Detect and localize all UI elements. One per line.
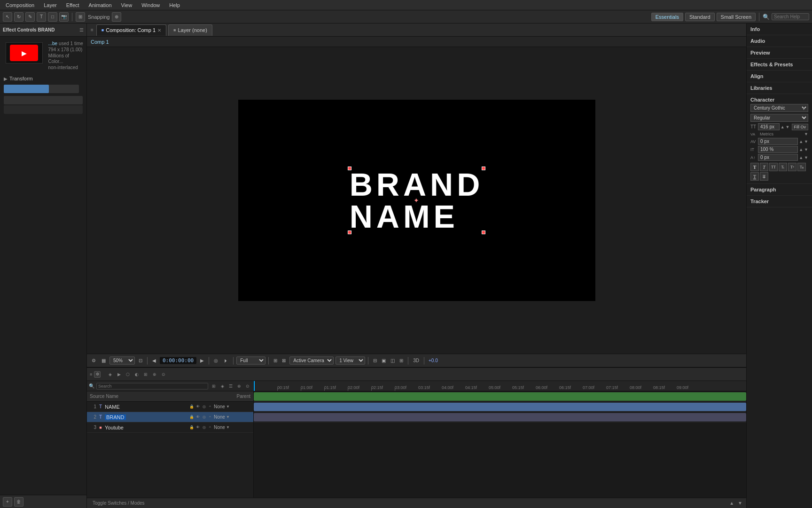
tl-btn-4[interactable]: ⊕	[235, 382, 243, 390]
close-comp1-tab[interactable]: ✕	[157, 28, 161, 33]
track-row-3[interactable]	[254, 412, 746, 422]
workspace-essentials[interactable]: Essentials	[651, 13, 683, 21]
viewer-layout-2[interactable]: ▣	[380, 357, 388, 364]
timecode-frame-forward[interactable]: ▶	[198, 357, 206, 364]
workspace-small-screen[interactable]: Small Screen	[717, 13, 756, 21]
parent-arrow-3[interactable]: ▼	[226, 425, 230, 429]
visibility-icon-3[interactable]: 👁	[195, 425, 201, 430]
timeline-null-btn[interactable]: ⊕	[151, 371, 158, 378]
style-T-underline[interactable]: T	[750, 172, 759, 181]
menu-item-animation[interactable]: Animation	[87, 1, 114, 9]
fit-btn[interactable]: ⊡	[137, 357, 144, 364]
tool-pen[interactable]: ✎	[25, 12, 35, 22]
timeline-solo-btn[interactable]: ◐	[133, 371, 141, 378]
tool-camera[interactable]: 📷	[59, 12, 69, 22]
visibility-icon-1[interactable]: 👁	[195, 404, 201, 410]
tab-composition-comp1[interactable]: ■ Composition: Comp 1 ✕	[96, 24, 166, 36]
style-T-caps[interactable]: TT	[769, 163, 778, 171]
kerning-stepper-up[interactable]: ▲	[799, 139, 803, 144]
menu-item-window[interactable]: Window	[140, 1, 162, 9]
parent-arrow-1[interactable]: ▼	[226, 405, 230, 409]
style-T-smallcaps[interactable]: Tₜ	[779, 163, 787, 171]
style-T-bold[interactable]: T	[750, 163, 759, 171]
style-T-super[interactable]: T²	[788, 163, 796, 171]
menu-item-help[interactable]: Help	[167, 1, 182, 9]
solo-icon-1[interactable]: ◎	[201, 404, 207, 410]
timeline-render-btn[interactable]: ▶	[115, 371, 123, 378]
panel-section-effects-presets[interactable]: Effects & Presets	[747, 59, 812, 71]
menu-item-view[interactable]: View	[119, 1, 134, 9]
panel-menu-btn[interactable]: ☰	[79, 27, 84, 32]
font-style-select[interactable]: Regular Bold Italic	[750, 114, 808, 122]
tool-shape[interactable]: □	[48, 12, 57, 22]
tl-btn-2[interactable]: ◈	[219, 382, 226, 390]
track-row-2[interactable]	[254, 402, 746, 412]
viewer-layout-4[interactable]: ⊞	[398, 357, 405, 364]
vertical-scale-value[interactable]: 100 %	[758, 146, 798, 153]
workspace-standard[interactable]: Standard	[685, 13, 715, 21]
vscale-stepper-up[interactable]: ▲	[799, 147, 803, 152]
panel-expand-btn[interactable]: ≡	[89, 27, 95, 32]
viewer-layout-1[interactable]: ⊟	[371, 357, 379, 364]
timeline-search-input[interactable]	[96, 383, 208, 389]
timeline-expand-icon[interactable]: ≡	[90, 372, 92, 377]
track-row-1[interactable]	[254, 391, 746, 402]
layer-row-3[interactable]: 3 ■ Youtube 🔒 👁 ◎ ^ None ▼	[87, 422, 253, 433]
footer-expand-up[interactable]: ▲	[729, 500, 734, 506]
lock-icon-1[interactable]: 🔒	[189, 404, 195, 410]
panel-section-audio[interactable]: Audio	[747, 35, 812, 47]
preview-play-btn[interactable]: ⏵	[222, 357, 230, 364]
footer-expand-down[interactable]: ▼	[738, 500, 742, 506]
menu-item-layer[interactable]: Layer	[42, 1, 59, 9]
snap-magnet-icon[interactable]: ⊕	[112, 12, 121, 22]
parent-arrow-2[interactable]: ▼	[226, 415, 230, 419]
font-name-select[interactable]: Century Gothic Arial Helvetica	[750, 104, 808, 112]
font-size-stepper-up[interactable]: ▲	[781, 125, 785, 129]
bshift-stepper-down[interactable]: ▼	[804, 155, 808, 160]
timeline-new-comp-btn[interactable]: ◈	[106, 371, 114, 378]
preview-ram-btn[interactable]: ◎	[212, 357, 220, 364]
viewer-icon-1[interactable]: ⊞	[272, 357, 279, 364]
tracking-dropdown[interactable]: ▼	[804, 132, 808, 136]
resolution-select[interactable]: Full Half Quarter	[236, 357, 265, 365]
style-T-sub[interactable]: T₂	[797, 163, 806, 171]
font-size-stepper-down[interactable]: ▼	[786, 125, 790, 129]
vscale-stepper-down[interactable]: ▼	[804, 147, 808, 152]
panel-section-paragraph[interactable]: Paragraph	[747, 184, 812, 196]
solo-icon-2[interactable]: ◎	[201, 414, 207, 420]
tl-btn-3[interactable]: ☰	[227, 382, 234, 390]
viewer-settings-btn[interactable]: ⚙	[90, 357, 98, 364]
panel-section-libraries[interactable]: Libraries	[747, 82, 812, 94]
tool-rotate[interactable]: ↻	[14, 12, 23, 22]
shy-icon-2[interactable]: ^	[207, 414, 213, 420]
tool-text[interactable]: T	[37, 12, 46, 22]
panel-section-preview[interactable]: Preview	[747, 47, 812, 59]
layer-row-1[interactable]: 1 T NAME 🔒 👁 ◎ ^ None ▼	[87, 402, 253, 412]
solo-icon-3[interactable]: ◎	[201, 425, 207, 430]
tool-select[interactable]: ↖	[3, 12, 12, 22]
zoom-select[interactable]: 50% 100% 25%	[109, 357, 135, 365]
panel-section-align[interactable]: Align	[747, 71, 812, 82]
delete-effect-btn[interactable]: 🗑	[14, 497, 23, 507]
visibility-icon-2[interactable]: 👁	[195, 414, 201, 420]
baseline-shift-value[interactable]: 0 px	[758, 154, 798, 161]
lock-icon-3[interactable]: 🔒	[189, 425, 195, 430]
kerning-value[interactable]: 0 px	[758, 138, 798, 145]
style-T-italic[interactable]: T	[760, 163, 768, 171]
search-input[interactable]	[772, 13, 809, 20]
transform-label-row[interactable]: ▶ Transform	[0, 74, 86, 83]
viewer-grid-btn[interactable]: ▦	[100, 357, 108, 364]
lock-icon-2[interactable]: 🔒	[189, 414, 195, 420]
view-mode-select[interactable]: Active Camera Camera 1	[289, 357, 334, 365]
timeline-guide-btn[interactable]: ⊞	[142, 371, 149, 378]
handle-bottom-right[interactable]	[482, 230, 485, 234]
bshift-stepper-up[interactable]: ▲	[799, 155, 803, 160]
viewer-layout-3[interactable]: ◫	[389, 357, 397, 364]
font-size-value[interactable]: 416 px	[758, 123, 780, 130]
center-anchor-handle[interactable]: ✦	[414, 197, 419, 204]
panel-section-info[interactable]: Info	[747, 24, 812, 35]
viewer-icon-2[interactable]: ⊠	[280, 357, 288, 364]
panel-section-tracker[interactable]: Tracker	[747, 196, 812, 207]
timecode-display[interactable]: 0:00:00:00	[160, 357, 196, 364]
menu-item-composition[interactable]: Composition	[4, 1, 36, 9]
